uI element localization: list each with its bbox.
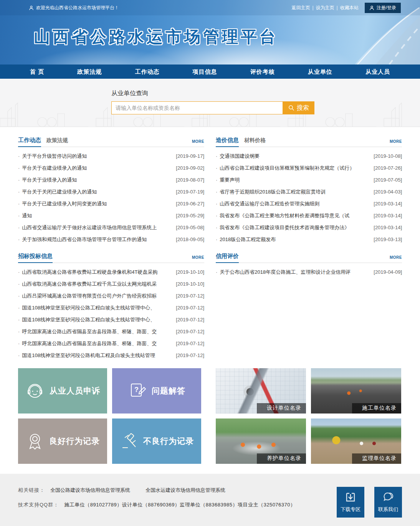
news-title: 2018版公路工程定额发布 bbox=[220, 236, 371, 243]
nav-item-home[interactable]: 首 页 bbox=[23, 65, 51, 79]
list-item[interactable]: ·呼北国家高速公路山西省隰县至吉县段路基、桥隧、路面、交[2019-07-12] bbox=[18, 337, 204, 349]
list-item[interactable]: ·山西省公路工程建设项目估算概算预算编制补充规定（试行）[2019-07-26] bbox=[216, 162, 402, 174]
download-zone-label: 下载专区 bbox=[341, 506, 360, 513]
link-return-home[interactable]: 返回主页 bbox=[291, 5, 310, 11]
construction-units-directory[interactable]: 施工单位名录 bbox=[311, 368, 401, 414]
nav-item-evaluation[interactable]: 评价考核 bbox=[243, 65, 282, 79]
news-date: [2019-03-13] bbox=[374, 237, 402, 242]
news-date: [2019-07-19] bbox=[176, 189, 204, 195]
news-row-2: 招标投标信息 MORE ·山西省取消高速公路省界收费站工程硬盘录像机和4T硬盘采… bbox=[18, 251, 402, 361]
news-title: 关于公布山西省2018年度公路施工、监理和设计企业信用评 bbox=[220, 269, 371, 276]
bullet: · bbox=[18, 329, 20, 334]
more-link[interactable]: MORE bbox=[390, 139, 402, 147]
news-date: [2019-09-17] bbox=[176, 153, 204, 159]
bad-record-panel[interactable]: 不良行为记录 bbox=[112, 418, 201, 464]
list-item[interactable]: ·呼北国家高速公路山西省隰县至吉县段路基、桥隧、路面、交[2019-07-12] bbox=[18, 326, 204, 337]
list-item[interactable]: ·山西省交通运输厅公路工程造价管理实施细则[2019-03-14] bbox=[216, 198, 402, 210]
design-units-directory[interactable]: 设计单位名录 bbox=[216, 368, 306, 414]
link-favorite[interactable]: 收藏本站 bbox=[340, 5, 359, 11]
news-title: 国道108线神堂堡至砂河段公路机电工程及白坡头主线站管理 bbox=[22, 352, 174, 359]
panel-label: 良好行为记录 bbox=[49, 436, 100, 447]
bullet: · bbox=[18, 352, 20, 358]
panel-label: 不良行为记录 bbox=[143, 436, 194, 447]
list-item[interactable]: ·山西吕梁环城高速公路管理有限责任公司户外广告经营权招标[2019-07-12] bbox=[18, 290, 204, 302]
work-news-list: ·关于平台升级暂停访问的通知[2019-09-17] ·平台关于在建业绩录入的通… bbox=[18, 150, 204, 245]
maintenance-units-directory[interactable]: 养护单位名录 bbox=[216, 418, 306, 464]
search-button[interactable]: 搜索 bbox=[283, 101, 314, 114]
news-date: [2019-06-27] bbox=[176, 201, 204, 207]
download-zone-button[interactable]: 下载专区 bbox=[337, 487, 364, 518]
list-item[interactable]: ·交通强国建设纲要[2019-10-08] bbox=[216, 150, 402, 162]
list-item[interactable]: ·平台关于已建业绩录入时间变更的通知[2019-06-27] bbox=[18, 198, 204, 210]
news-date: [2019-10-08] bbox=[374, 153, 402, 159]
list-item[interactable]: ·通知[2019-05-29] bbox=[18, 210, 204, 222]
news-title: 呼北国家高速公路山西省隰县至吉县段路基、桥隧、路面、交 bbox=[22, 328, 174, 335]
list-item[interactable]: ·平台关于关闭已建业绩录入的通知[2019-07-19] bbox=[18, 186, 204, 198]
user-icon bbox=[369, 5, 374, 10]
qq-groups-text: 施工单位（891027789）设计单位（887690369）监理单位（88368… bbox=[64, 501, 295, 508]
list-item[interactable]: ·国道108线神堂堡至砂河段公路工程白坡头主线站管理中心、[2019-07-12… bbox=[18, 302, 204, 314]
bullet: · bbox=[216, 153, 217, 159]
news-date: [2019-08-07] bbox=[176, 177, 204, 183]
more-link[interactable]: MORE bbox=[192, 255, 204, 263]
news-date: [2019-10-10] bbox=[176, 269, 204, 275]
link-set-home[interactable]: 设为主页 bbox=[316, 5, 334, 11]
list-item[interactable]: ·国道108线神堂堡至砂河段公路工程白坡头主线站管理中心、[2019-07-12… bbox=[18, 314, 204, 326]
nav-item-projects[interactable]: 项目信息 bbox=[186, 65, 224, 79]
news-date: [2019-05-29] bbox=[176, 213, 204, 218]
list-item[interactable]: ·国道108线神堂堡至砂河段公路机电工程及白坡头主线站管理[2019-07-12… bbox=[18, 349, 204, 361]
supervision-units-directory[interactable]: 监理单位名录 bbox=[311, 418, 401, 464]
list-item[interactable]: ·关于公布山西省2018年度公路施工、监理和设计企业信用评[2019-04-09… bbox=[216, 266, 402, 278]
list-item[interactable]: ·山西省取消高速公路省界收费站工程千兆工业以太网光端机采[2019-10-10] bbox=[18, 278, 204, 290]
panel-grid: 从业人员申诉 ? 问题解答 bbox=[18, 368, 204, 464]
search-input[interactable] bbox=[111, 101, 283, 114]
link-national-highway-credit[interactable]: 全国公路建设市场信用信息管理系统 bbox=[50, 487, 130, 494]
nav-item-policies[interactable]: 政策法规 bbox=[70, 65, 109, 79]
tab-material-price[interactable]: 材料价格 bbox=[244, 137, 266, 147]
news-title: 关于平台升级暂停访问的通知 bbox=[22, 153, 174, 160]
contact-us-button[interactable]: 联系我们 bbox=[374, 487, 402, 518]
list-item[interactable]: ·关于加强和规范山西省公路市场管理平台管理工作的通知[2018-09-05] bbox=[18, 233, 204, 245]
link-national-waterway-credit[interactable]: 全国水运建设市场信用信息管理系统 bbox=[146, 487, 225, 494]
news-date: [2019-10-10] bbox=[176, 281, 204, 287]
tab-credit-eval[interactable]: 信用评价 bbox=[216, 253, 239, 263]
photo-grid: 设计单位名录 施工单位名录 养护单位名录 监理单位名录 bbox=[216, 368, 402, 464]
list-item[interactable]: ·平台关于在建业绩录入的通知[2019-09-02] bbox=[18, 162, 204, 174]
news-title: 平台关于在建业绩录入的通知 bbox=[22, 165, 174, 172]
good-record-panel[interactable]: 良好行为记录 bbox=[18, 418, 107, 464]
news-date: [2019-04-03] bbox=[374, 189, 402, 195]
bullet: · bbox=[216, 189, 217, 195]
list-item[interactable]: ·我省发布《公路工程建设项目委托技术咨询服务管理办法》[2019-03-14] bbox=[216, 222, 402, 233]
list-item[interactable]: ·重要声明[2019-07-05] bbox=[216, 174, 402, 186]
more-link[interactable]: MORE bbox=[390, 255, 402, 263]
welcome-text: 欢迎光临山西省公路水运市场管理平台！ bbox=[36, 5, 119, 11]
site-title: 山西省公路水运市场管理平台 bbox=[34, 26, 420, 48]
tab-policies[interactable]: 政策法规 bbox=[46, 137, 68, 147]
list-item[interactable]: ·平台关于业绩录入的通知[2019-08-07] bbox=[18, 174, 204, 186]
nav-item-personnel[interactable]: 从业人员 bbox=[359, 65, 397, 79]
list-item[interactable]: ·2018版公路工程定额发布[2019-03-13] bbox=[216, 233, 402, 245]
list-item[interactable]: ·山西省取消高速公路省界收费站工程硬盘录像机和4T硬盘采购[2019-10-10… bbox=[18, 266, 204, 278]
list-item[interactable]: ·山西省交通运输厅关于做好水运建设市场信用信息管理系统上[2019-05-08] bbox=[18, 222, 204, 233]
more-link[interactable]: MORE bbox=[192, 139, 204, 147]
nav-item-work-news[interactable]: 工作动态 bbox=[128, 65, 166, 79]
tab-work-news[interactable]: 工作动态 bbox=[18, 137, 41, 147]
related-links-label: 相关链接： bbox=[18, 487, 45, 494]
list-item[interactable]: ·我省发布《公路工程主要地方性材料价差调整指导意见（试[2019-03-14] bbox=[216, 210, 402, 222]
personnel-appeal-panel[interactable]: 从业人员申诉 bbox=[18, 368, 107, 414]
list-item[interactable]: ·关于平台升级暂停访问的通知[2019-09-17] bbox=[18, 150, 204, 162]
headset-icon bbox=[25, 381, 45, 401]
section-cost-info: 造价信息 材料价格 MORE ·交通强国建设纲要[2019-10-08] ·山西… bbox=[216, 136, 402, 245]
news-date: [2019-07-26] bbox=[374, 165, 402, 171]
bullet: · bbox=[18, 177, 20, 183]
section-header: 工作动态 政策法规 MORE bbox=[18, 136, 204, 147]
register-login-button[interactable]: 注册/登录 bbox=[365, 3, 401, 13]
tab-bid-info[interactable]: 招标投标信息 bbox=[18, 253, 53, 263]
qa-panel[interactable]: ? 问题解答 bbox=[112, 368, 201, 414]
tab-cost-info[interactable]: 造价信息 bbox=[216, 137, 239, 147]
list-item[interactable]: ·省厅将于近期组织2018版公路工程定额宣贯培训[2019-04-03] bbox=[216, 186, 402, 198]
nav-item-units[interactable]: 从业单位 bbox=[301, 65, 339, 79]
user-icon bbox=[29, 5, 34, 10]
news-title: 山西省交通运输厅公路工程造价管理实施细则 bbox=[220, 200, 371, 207]
news-title: 国道108线神堂堡至砂河段公路工程白坡头主线站管理中心、 bbox=[22, 304, 174, 311]
